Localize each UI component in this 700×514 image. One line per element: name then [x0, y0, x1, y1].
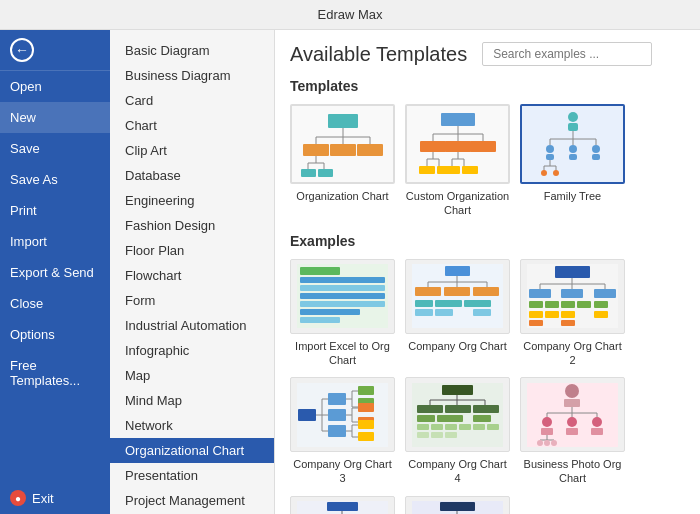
svg-rect-62 [300, 317, 340, 323]
svg-rect-145 [431, 424, 443, 430]
sidebar-item-save[interactable]: Save [0, 133, 110, 164]
example-company-org-1-label: Company Org Chart [405, 339, 510, 353]
svg-rect-109 [328, 393, 346, 405]
category-business-diagram[interactable]: Business Diagram [110, 63, 274, 88]
category-industrial-automation[interactable]: Industrial Automation [110, 313, 274, 338]
example-company-org-1-thumb [405, 259, 510, 334]
template-org-chart[interactable]: Organization Chart [290, 104, 395, 218]
svg-rect-151 [473, 424, 485, 430]
svg-rect-137 [417, 405, 443, 413]
sidebar-item-save-as[interactable]: Save As [0, 164, 110, 195]
svg-rect-90 [594, 289, 616, 298]
category-basic-diagram[interactable]: Basic Diagram [110, 38, 274, 63]
example-company-org-4-thumb [405, 377, 510, 452]
sidebar-item-free-templates[interactable]: Free Templates... [0, 350, 110, 396]
content-area: Available Templates Templates [275, 30, 700, 514]
svg-rect-139 [473, 405, 499, 413]
category-database[interactable]: Database [110, 163, 274, 188]
example-import-excel[interactable]: Import Excel to Org Chart [290, 259, 395, 368]
category-fashion-design[interactable]: Fashion Design [110, 213, 274, 238]
examples-grid: Import Excel to Org Chart [290, 259, 685, 514]
svg-rect-22 [445, 141, 471, 152]
svg-rect-89 [561, 289, 583, 298]
template-custom-org-label: Custom Organization Chart [405, 189, 510, 218]
category-form[interactable]: Form [110, 288, 274, 313]
category-infographic[interactable]: Infographic [110, 338, 274, 363]
svg-rect-92 [545, 301, 559, 308]
category-engineering[interactable]: Engineering [110, 188, 274, 213]
category-organizational-chart[interactable]: Organizational Chart [110, 438, 274, 463]
svg-rect-140 [417, 415, 435, 422]
svg-point-43 [546, 145, 554, 153]
svg-rect-148 [417, 432, 429, 438]
sidebar: ← Open New Save Save As Print Import Exp… [0, 30, 110, 514]
sidebar-item-print[interactable]: Print [0, 195, 110, 226]
sidebar-item-open[interactable]: Open [0, 71, 110, 102]
example-service-enterprise-org[interactable]: Service Enterprise Org Chart [405, 496, 510, 514]
example-company-org-3-label: Company Org Chart 3 [290, 457, 395, 486]
example-import-excel-label: Import Excel to Org Chart [290, 339, 395, 368]
category-panel: Basic Diagram Business Diagram Card Char… [110, 30, 275, 514]
svg-rect-80 [473, 309, 491, 316]
category-clip-art[interactable]: Clip Art [110, 138, 274, 163]
sidebar-item-close[interactable]: Close [0, 288, 110, 319]
category-flowchart[interactable]: Flowchart [110, 263, 274, 288]
example-company-org-4[interactable]: Company Org Chart 4 [405, 377, 510, 486]
category-mind-map[interactable]: Mind Map [110, 388, 274, 413]
sidebar-item-new[interactable]: New [0, 102, 110, 133]
svg-rect-110 [328, 409, 346, 421]
sidebar-item-import[interactable]: Import [0, 226, 110, 257]
svg-rect-162 [541, 428, 553, 435]
example-company-org-2-label: Company Org Chart 2 [520, 339, 625, 368]
example-hierarchical-org[interactable]: Hierarchical Org Chart [290, 496, 395, 514]
template-family-tree[interactable]: Family Tree [520, 104, 625, 218]
svg-rect-46 [569, 154, 577, 160]
svg-rect-131 [442, 385, 473, 395]
example-company-org-4-label: Company Org Chart 4 [405, 457, 510, 486]
category-floor-plan[interactable]: Floor Plan [110, 238, 274, 263]
svg-rect-75 [415, 309, 433, 316]
title-bar: Edraw Max [0, 0, 700, 30]
category-project-management[interactable]: Project Management [110, 488, 274, 513]
svg-rect-99 [594, 311, 608, 318]
example-company-org-1[interactable]: Company Org Chart [405, 259, 510, 368]
svg-point-171 [551, 440, 557, 446]
example-company-org-2-thumb [520, 259, 625, 334]
svg-rect-37 [568, 123, 578, 131]
category-presentation[interactable]: Presentation [110, 463, 274, 488]
svg-point-170 [544, 440, 550, 446]
exit-button[interactable]: ● Exit [0, 482, 110, 514]
svg-rect-111 [328, 425, 346, 437]
example-import-excel-thumb [290, 259, 395, 334]
svg-rect-60 [300, 301, 385, 307]
svg-point-36 [568, 112, 578, 122]
svg-rect-76 [435, 309, 453, 316]
svg-rect-144 [417, 424, 429, 430]
search-input[interactable] [482, 42, 652, 66]
svg-rect-73 [415, 300, 433, 307]
svg-rect-13 [301, 169, 316, 177]
template-custom-org-chart[interactable]: Custom Organization Chart [405, 104, 510, 218]
category-map[interactable]: Map [110, 363, 274, 388]
svg-rect-21 [420, 141, 446, 152]
svg-point-53 [541, 170, 547, 176]
sidebar-item-export-send[interactable]: Export & Send [0, 257, 110, 288]
svg-rect-116 [358, 386, 374, 395]
svg-rect-70 [415, 287, 441, 296]
back-circle-icon: ← [10, 38, 34, 62]
svg-point-45 [569, 145, 577, 153]
category-chart[interactable]: Chart [110, 113, 274, 138]
svg-rect-82 [555, 266, 590, 278]
svg-rect-35 [462, 166, 478, 174]
svg-rect-146 [445, 424, 457, 430]
example-business-photo-org[interactable]: Business Photo Org Chart [520, 377, 625, 486]
svg-point-47 [592, 145, 600, 153]
category-card[interactable]: Card [110, 88, 274, 113]
category-network[interactable]: Network [110, 413, 274, 438]
svg-rect-7 [330, 144, 356, 156]
example-company-org-2[interactable]: Company Org Chart 2 [520, 259, 625, 368]
example-company-org-3[interactable]: Company Org Chart 3 [290, 377, 395, 486]
sidebar-item-options[interactable]: Options [0, 319, 110, 350]
back-button[interactable]: ← [0, 30, 110, 71]
svg-rect-93 [561, 301, 575, 308]
